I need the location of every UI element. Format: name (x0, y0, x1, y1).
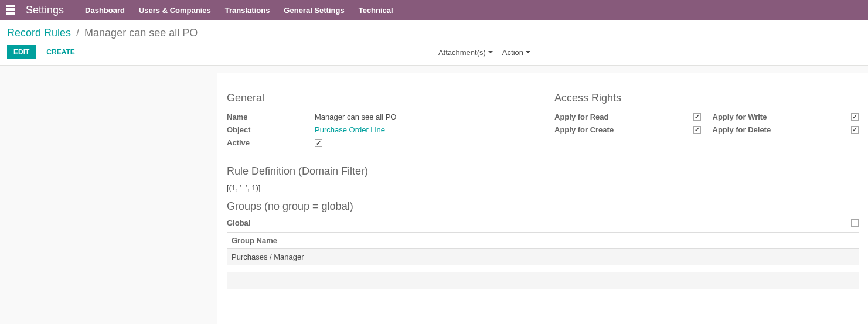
label-apply-write: Apply for Write (713, 112, 852, 121)
menu-users-companies[interactable]: Users & Companies (139, 6, 211, 15)
main-menu: Dashboard Users & Companies Translations… (85, 6, 393, 15)
create-button[interactable]: CREATE (40, 46, 80, 59)
action-label: Action (502, 48, 523, 57)
apps-icon[interactable] (6, 4, 18, 16)
checkbox-apply-read[interactable] (693, 113, 701, 121)
control-panel: Record Rules / Manager can see all PO ED… (0, 20, 868, 66)
breadcrumb-parent[interactable]: Record Rules (7, 27, 71, 39)
action-dropdown[interactable]: Action (502, 48, 530, 57)
app-brand: Settings (26, 4, 64, 16)
label-object: Object (227, 125, 315, 134)
attachments-dropdown[interactable]: Attachment(s) (438, 48, 493, 57)
section-rule-definition: Rule Definition (Domain Filter) (227, 165, 859, 178)
label-apply-create: Apply for Create (554, 125, 693, 134)
table-row[interactable]: Purchases / Manager (227, 249, 859, 265)
label-apply-delete: Apply for Delete (713, 125, 852, 134)
checkbox-active[interactable] (315, 139, 322, 147)
section-general: General (227, 92, 531, 104)
form-sheet: General Name Manager can see all PO Obje… (217, 73, 868, 324)
label-global: Global (227, 219, 851, 227)
breadcrumb-current: Manager can see all PO (84, 27, 198, 39)
checkbox-apply-create[interactable] (693, 126, 701, 134)
label-apply-read: Apply for Read (554, 112, 693, 121)
caret-down-icon (526, 51, 530, 53)
menu-dashboard[interactable]: Dashboard (85, 6, 125, 15)
value-object-link[interactable]: Purchase Order Line (315, 125, 385, 134)
breadcrumb-separator: / (76, 27, 79, 39)
label-active: Active (227, 138, 315, 147)
menu-general-settings[interactable]: General Settings (284, 6, 344, 15)
edit-button[interactable]: EDIT (7, 45, 36, 59)
top-navbar: Settings Dashboard Users & Companies Tra… (0, 0, 868, 20)
menu-translations[interactable]: Translations (225, 6, 270, 15)
groups-table-header: Group Name (227, 232, 859, 249)
checkbox-apply-write[interactable] (851, 113, 859, 121)
section-groups: Groups (no group = global) (227, 200, 859, 213)
checkbox-global[interactable] (851, 219, 859, 227)
menu-technical[interactable]: Technical (359, 6, 393, 15)
table-empty-row (227, 272, 859, 289)
attachments-label: Attachment(s) (438, 48, 486, 57)
label-name: Name (227, 112, 315, 121)
caret-down-icon (488, 51, 493, 53)
section-access-rights: Access Rights (554, 92, 859, 104)
checkbox-apply-delete[interactable] (851, 126, 859, 134)
domain-filter-value: [(1, '=', 1)] (227, 183, 859, 192)
breadcrumb: Record Rules / Manager can see all PO (7, 25, 859, 45)
value-name: Manager can see all PO (315, 112, 531, 121)
